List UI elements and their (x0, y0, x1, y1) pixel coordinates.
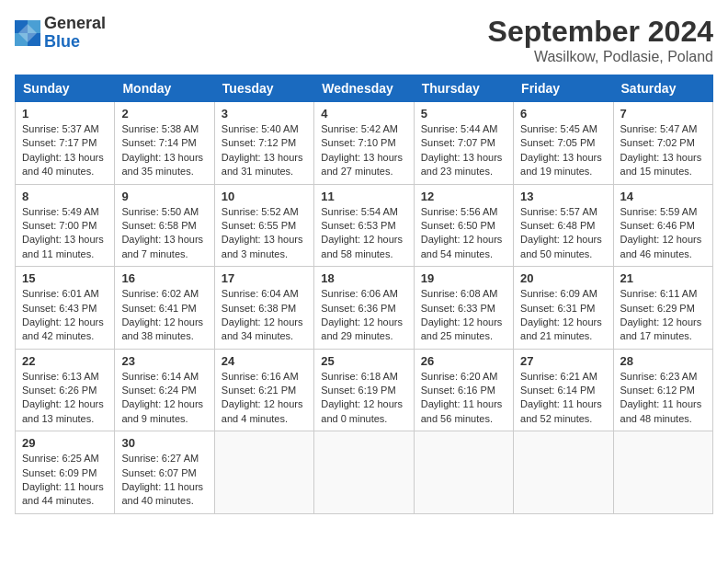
calendar-body: 1Sunrise: 5:37 AM Sunset: 7:17 PM Daylig… (16, 102, 713, 514)
day-of-week-header: Saturday (613, 75, 712, 102)
calendar-cell (514, 431, 613, 514)
calendar-cell: 4Sunrise: 5:42 AM Sunset: 7:10 PM Daylig… (314, 102, 414, 185)
calendar-cell: 25Sunrise: 6:18 AM Sunset: 6:19 PM Dayli… (314, 349, 414, 431)
calendar-cell: 9Sunrise: 5:50 AM Sunset: 6:58 PM Daylig… (115, 184, 214, 267)
calendar-cell (613, 431, 712, 514)
page-title: September 2024 (488, 15, 713, 49)
day-info: Sunrise: 6:20 AM Sunset: 6:16 PM Dayligh… (421, 370, 506, 427)
title-block: September 2024 Wasilkow, Podlasie, Polan… (488, 15, 713, 65)
day-info: Sunrise: 5:44 AM Sunset: 7:07 PM Dayligh… (421, 122, 506, 179)
calendar-cell: 18Sunrise: 6:06 AM Sunset: 6:36 PM Dayli… (314, 267, 414, 350)
day-info: Sunrise: 6:08 AM Sunset: 6:33 PM Dayligh… (421, 287, 506, 344)
calendar-cell: 19Sunrise: 6:08 AM Sunset: 6:33 PM Dayli… (414, 267, 513, 350)
calendar-cell (314, 431, 414, 514)
calendar-cell: 24Sunrise: 6:16 AM Sunset: 6:21 PM Dayli… (214, 349, 313, 431)
calendar-cell: 10Sunrise: 5:52 AM Sunset: 6:55 PM Dayli… (214, 184, 313, 267)
calendar-cell: 16Sunrise: 6:02 AM Sunset: 6:41 PM Dayli… (115, 267, 214, 350)
day-number: 29 (22, 436, 108, 450)
calendar-cell: 29Sunrise: 6:25 AM Sunset: 6:09 PM Dayli… (16, 431, 115, 514)
day-number: 9 (121, 190, 207, 203)
day-info: Sunrise: 6:27 AM Sunset: 6:07 PM Dayligh… (121, 452, 207, 509)
day-number: 22 (22, 354, 108, 368)
day-info: Sunrise: 5:42 AM Sunset: 7:10 PM Dayligh… (321, 122, 406, 179)
day-number: 12 (421, 190, 506, 203)
calendar-cell: 15Sunrise: 6:01 AM Sunset: 6:43 PM Dayli… (16, 267, 115, 350)
calendar-week-row: 1Sunrise: 5:37 AM Sunset: 7:17 PM Daylig… (16, 102, 713, 185)
day-info: Sunrise: 6:21 AM Sunset: 6:14 PM Dayligh… (520, 370, 606, 427)
day-number: 6 (520, 107, 606, 121)
calendar-week-row: 22Sunrise: 6:13 AM Sunset: 6:26 PM Dayli… (16, 349, 713, 431)
calendar-cell: 27Sunrise: 6:21 AM Sunset: 6:14 PM Dayli… (514, 349, 613, 431)
day-info: Sunrise: 6:02 AM Sunset: 6:41 PM Dayligh… (121, 287, 207, 344)
day-number: 19 (421, 271, 506, 285)
day-info: Sunrise: 5:54 AM Sunset: 6:53 PM Dayligh… (321, 205, 406, 262)
day-number: 18 (321, 271, 406, 285)
day-info: Sunrise: 5:57 AM Sunset: 6:48 PM Dayligh… (520, 205, 606, 262)
day-info: Sunrise: 6:25 AM Sunset: 6:09 PM Dayligh… (22, 452, 108, 509)
calendar-cell (414, 431, 513, 514)
day-number: 23 (121, 354, 207, 368)
calendar-week-row: 29Sunrise: 6:25 AM Sunset: 6:09 PM Dayli… (16, 431, 713, 514)
day-of-week-header: Tuesday (214, 75, 313, 102)
day-number: 11 (321, 190, 406, 203)
day-number: 28 (620, 354, 706, 368)
day-number: 26 (421, 354, 506, 368)
calendar-cell (214, 431, 313, 514)
day-of-week-header: Monday (115, 75, 214, 102)
day-info: Sunrise: 5:38 AM Sunset: 7:14 PM Dayligh… (121, 122, 207, 179)
day-number: 13 (520, 190, 606, 203)
day-number: 20 (520, 271, 606, 285)
logo: General Blue (15, 15, 106, 52)
logo-icon (15, 20, 40, 46)
day-info: Sunrise: 5:49 AM Sunset: 7:00 PM Dayligh… (22, 205, 108, 262)
calendar-cell: 12Sunrise: 5:56 AM Sunset: 6:50 PM Dayli… (414, 184, 513, 267)
day-info: Sunrise: 6:13 AM Sunset: 6:26 PM Dayligh… (22, 370, 108, 427)
day-info: Sunrise: 6:09 AM Sunset: 6:31 PM Dayligh… (520, 287, 606, 344)
calendar-cell: 8Sunrise: 5:49 AM Sunset: 7:00 PM Daylig… (16, 184, 115, 267)
day-info: Sunrise: 6:14 AM Sunset: 6:24 PM Dayligh… (121, 370, 207, 427)
calendar-cell: 20Sunrise: 6:09 AM Sunset: 6:31 PM Dayli… (514, 267, 613, 350)
calendar-cell: 1Sunrise: 5:37 AM Sunset: 7:17 PM Daylig… (16, 102, 115, 185)
calendar-cell: 13Sunrise: 5:57 AM Sunset: 6:48 PM Dayli… (514, 184, 613, 267)
calendar-cell: 7Sunrise: 5:47 AM Sunset: 7:02 PM Daylig… (613, 102, 712, 185)
day-number: 4 (321, 107, 406, 121)
day-number: 8 (22, 190, 108, 203)
day-info: Sunrise: 6:06 AM Sunset: 6:36 PM Dayligh… (321, 287, 406, 344)
day-info: Sunrise: 5:56 AM Sunset: 6:50 PM Dayligh… (421, 205, 506, 262)
page-header: General Blue September 2024 Wasilkow, Po… (15, 15, 713, 65)
calendar-cell: 11Sunrise: 5:54 AM Sunset: 6:53 PM Dayli… (314, 184, 414, 267)
day-info: Sunrise: 6:23 AM Sunset: 6:12 PM Dayligh… (620, 370, 706, 427)
day-number: 7 (620, 107, 706, 121)
day-info: Sunrise: 6:11 AM Sunset: 6:29 PM Dayligh… (620, 287, 706, 344)
day-info: Sunrise: 5:45 AM Sunset: 7:05 PM Dayligh… (520, 122, 606, 179)
day-number: 1 (22, 107, 108, 121)
day-of-week-header: Thursday (414, 75, 513, 102)
calendar-cell: 2Sunrise: 5:38 AM Sunset: 7:14 PM Daylig… (115, 102, 214, 185)
day-number: 24 (222, 354, 307, 368)
day-info: Sunrise: 6:01 AM Sunset: 6:43 PM Dayligh… (22, 287, 108, 344)
day-number: 16 (121, 271, 207, 285)
calendar-cell: 30Sunrise: 6:27 AM Sunset: 6:07 PM Dayli… (115, 431, 214, 514)
calendar-cell: 21Sunrise: 6:11 AM Sunset: 6:29 PM Dayli… (613, 267, 712, 350)
days-of-week-row: SundayMondayTuesdayWednesdayThursdayFrid… (16, 75, 713, 102)
day-number: 14 (620, 190, 706, 203)
day-number: 25 (321, 354, 406, 368)
day-of-week-header: Wednesday (314, 75, 414, 102)
day-number: 2 (121, 107, 207, 121)
logo-blue: Blue (44, 33, 106, 52)
day-info: Sunrise: 5:37 AM Sunset: 7:17 PM Dayligh… (22, 122, 108, 179)
day-number: 15 (22, 271, 108, 285)
calendar-cell: 3Sunrise: 5:40 AM Sunset: 7:12 PM Daylig… (214, 102, 313, 185)
calendar-cell: 6Sunrise: 5:45 AM Sunset: 7:05 PM Daylig… (514, 102, 613, 185)
page-subtitle: Wasilkow, Podlasie, Poland (488, 49, 713, 65)
calendar-header: SundayMondayTuesdayWednesdayThursdayFrid… (16, 75, 713, 102)
calendar-cell: 5Sunrise: 5:44 AM Sunset: 7:07 PM Daylig… (414, 102, 513, 185)
day-number: 21 (620, 271, 706, 285)
calendar-cell: 26Sunrise: 6:20 AM Sunset: 6:16 PM Dayli… (414, 349, 513, 431)
calendar-cell: 28Sunrise: 6:23 AM Sunset: 6:12 PM Dayli… (613, 349, 712, 431)
day-info: Sunrise: 5:52 AM Sunset: 6:55 PM Dayligh… (222, 205, 307, 262)
day-info: Sunrise: 5:40 AM Sunset: 7:12 PM Dayligh… (222, 122, 307, 179)
day-info: Sunrise: 6:04 AM Sunset: 6:38 PM Dayligh… (222, 287, 307, 344)
calendar-table: SundayMondayTuesdayWednesdayThursdayFrid… (15, 75, 713, 514)
day-number: 5 (421, 107, 506, 121)
